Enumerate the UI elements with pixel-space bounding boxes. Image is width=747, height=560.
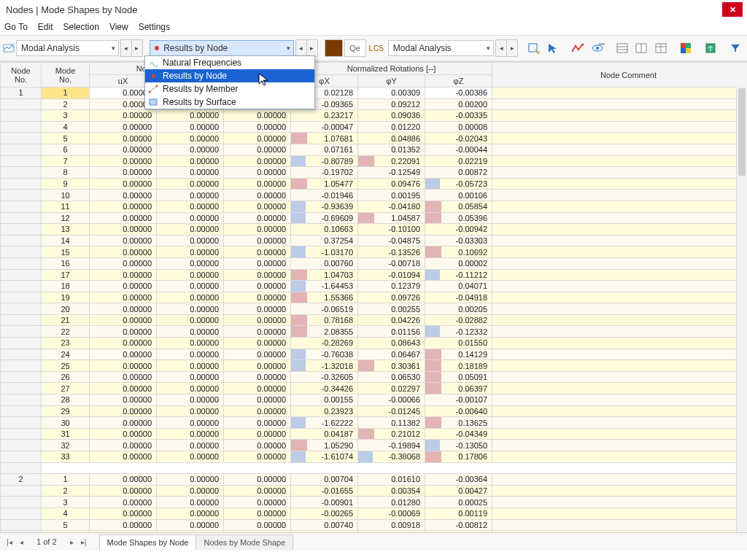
- menu-edit[interactable]: Edit: [38, 22, 53, 32]
- table-row[interactable]: 320.000000.000000.000001.05290-0.19894-0…: [1, 440, 748, 451]
- table-row[interactable]: 30.000000.000000.00000-0.009010.012800.0…: [1, 497, 748, 508]
- tool-select-rect[interactable]: [525, 39, 543, 58]
- tool-select-arrow[interactable]: [544, 39, 562, 58]
- modal-analysis-combo[interactable]: Modal Analysis ▾: [16, 40, 119, 56]
- tab-nav-first[interactable]: |◂: [4, 538, 15, 546]
- loadcase-combo[interactable]: Modal Analysis ▾: [388, 40, 494, 56]
- table-row[interactable]: 260.000000.000000.00000-0.326050.065300.…: [1, 371, 748, 383]
- table-row[interactable]: 20.000000.000000.00000-0.093650.092120.0…: [1, 98, 748, 110]
- modal-next-button[interactable]: ▸: [132, 39, 143, 57]
- tool-view-highlight[interactable]: xxx: [589, 39, 607, 58]
- modal-icon: [3, 42, 15, 54]
- scrollbar-thumb[interactable]: [738, 88, 746, 176]
- tool-table-2[interactable]: [632, 39, 651, 58]
- table-row[interactable]: 100.000000.000000.00000-0.019460.001950.…: [1, 190, 748, 201]
- table-row[interactable]: 130.000000.000000.000000.10663-0.10100-0…: [1, 224, 748, 236]
- table-row[interactable]: 40.000000.000000.00000-0.000470.012200.0…: [1, 121, 748, 133]
- tab-nav-next[interactable]: ▸: [67, 538, 77, 546]
- tool-filter[interactable]: [726, 39, 744, 58]
- results-prev-button[interactable]: ◂: [295, 39, 307, 57]
- col-node-no[interactable]: NodeNo.: [1, 63, 42, 88]
- dropdown-item[interactable]: Results by Node: [145, 69, 314, 82]
- menu-view[interactable]: View: [109, 22, 128, 32]
- vertical-scrollbar[interactable]: [736, 87, 747, 532]
- table-row[interactable]: 240.000000.000000.00000-0.760380.064670.…: [1, 349, 748, 360]
- table-row[interactable]: 230.000000.000000.00000-0.282690.086430.…: [1, 338, 748, 349]
- table-row[interactable]: 190.000000.000000.000001.553660.09726-0.…: [1, 292, 748, 303]
- table-row[interactable]: 60.000000.000000.000000.010730.00629-0.0…: [1, 531, 748, 532]
- tool-colormap[interactable]: [677, 39, 695, 58]
- table-row[interactable]: 160.000000.000000.000000.00760-0.007180.…: [1, 257, 748, 269]
- table-row[interactable]: 210.000000.000000.000000.007040.01610-0.…: [1, 474, 748, 486]
- menu-selection[interactable]: Selection: [63, 22, 99, 32]
- dropdown-item[interactable]: Results by Member: [145, 82, 314, 96]
- tool-table-1[interactable]: [613, 39, 631, 58]
- svg-point-2: [582, 44, 584, 46]
- table-row[interactable]: 220.000000.000000.000002.083550.01156-0.…: [1, 326, 748, 338]
- table-row[interactable]: 110.000000.000000.000000.021280.00309-0.…: [1, 88, 748, 99]
- results-combo-value: Results by Node: [163, 43, 228, 53]
- col-phiz[interactable]: φZ: [425, 75, 492, 88]
- col-phiy[interactable]: φY: [358, 75, 425, 88]
- modal-prev-button[interactable]: ◂: [120, 39, 132, 57]
- table-row[interactable]: 70.000000.000000.00000-0.807890.220910.0…: [1, 155, 748, 167]
- dropdown-item[interactable]: Natural Frequencies: [145, 56, 314, 69]
- col-mode-no[interactable]: ModeNo.: [42, 63, 90, 88]
- table-row[interactable]: 30.000000.000000.000000.232170.09036-0.0…: [1, 110, 748, 122]
- dropdown-item-icon: [148, 97, 158, 107]
- table-row[interactable]: 90.000000.000000.000001.054770.09476-0.0…: [1, 178, 748, 190]
- svg-rect-16: [681, 48, 686, 53]
- table-row[interactable]: 300.000000.000000.00000-1.622220.113820.…: [1, 417, 748, 429]
- table-row[interactable]: 50.000000.000000.000001.076810.04886-0.0…: [1, 133, 748, 144]
- page-indicator: 1 of 2: [31, 537, 63, 546]
- svg-rect-22: [150, 99, 157, 105]
- toolbar: Modal Analysis ▾ ◂ ▸ Results by Node ▾ ◂…: [0, 36, 747, 61]
- table-row[interactable]: 310.000000.000000.000000.041870.21012-0.…: [1, 428, 748, 440]
- table-row[interactable]: 180.000000.000000.00000-1.644530.123790.…: [1, 281, 748, 292]
- table-row[interactable]: 80.000000.000000.00000-0.19702-0.125490.…: [1, 167, 748, 179]
- tab-nodes-by-mode-shape[interactable]: Nodes by Mode Shape: [196, 534, 293, 550]
- lc-prev-button[interactable]: ◂: [495, 39, 507, 57]
- table-row[interactable]: 40.000000.000000.00000-0.00265-0.000690.…: [1, 508, 748, 519]
- col-group-rot[interactable]: Normalized Rotations [--]: [291, 63, 492, 75]
- lc-next-button[interactable]: ▸: [507, 39, 518, 57]
- dropdown-item-icon: [148, 84, 158, 94]
- table-row[interactable]: 110.000000.000000.00000-0.93639-0.041800…: [1, 201, 748, 212]
- table-row[interactable]: 60.000000.000000.000000.071610.01352-0.0…: [1, 144, 748, 155]
- table-row[interactable]: 210.000000.000000.000000.781680.04226-0.…: [1, 314, 748, 326]
- table-row[interactable]: 200.000000.000000.00000-0.065190.002550.…: [1, 303, 748, 315]
- menu-settings[interactable]: Settings: [139, 22, 170, 32]
- table-row[interactable]: 150.000000.000000.00000-1.03170-0.135260…: [1, 246, 748, 258]
- dropdown-item-label: Results by Member: [163, 84, 238, 94]
- results-next-button[interactable]: ▸: [307, 39, 318, 57]
- table-row[interactable]: 170.000000.000000.000001.04703-0.01094-0…: [1, 269, 748, 281]
- dropdown-item-label: Results by Node: [163, 71, 227, 81]
- col-node-comment[interactable]: Node Comment: [492, 63, 747, 88]
- table-row[interactable]: 120.000000.000000.00000-0.696091.045870.…: [1, 212, 748, 224]
- dropdown-item[interactable]: Results by Surface: [145, 96, 314, 109]
- svg-line-19: [150, 86, 157, 92]
- tab-nav-prev[interactable]: ◂: [16, 538, 26, 546]
- qe-button[interactable]: Qe: [344, 39, 366, 57]
- table-row[interactable]: 270.000000.000000.00000-0.344260.022970.…: [1, 383, 748, 394]
- close-button[interactable]: ✕: [722, 2, 743, 17]
- tab-mode-shapes-by-node[interactable]: Mode Shapes by Node: [99, 534, 197, 550]
- table-row[interactable]: 140.000000.000000.000000.37254-0.04875-0…: [1, 235, 748, 246]
- results-combo[interactable]: Results by Node ▾: [150, 40, 294, 56]
- color-swatch[interactable]: [325, 39, 343, 57]
- table-row[interactable]: 250.000000.000000.00000-1.320180.303610.…: [1, 360, 748, 372]
- menu-goto[interactable]: Go To: [4, 22, 28, 32]
- table-row[interactable]: 330.000000.000000.00000-1.61074-0.380680…: [1, 451, 748, 463]
- results-bullet-icon: [155, 46, 159, 50]
- table-row[interactable]: 50.000000.000000.000000.007400.00918-0.0…: [1, 519, 748, 531]
- tool-view-graphic[interactable]: [569, 39, 587, 58]
- tabstrip: |◂ ◂ 1 of 2 ▸ ▸| Mode Shapes by Node Nod…: [0, 532, 747, 551]
- window-title: Nodes | Mode Shapes by Node: [4, 4, 137, 15]
- tool-table-3[interactable]: [652, 39, 670, 58]
- table-row[interactable]: 290.000000.000000.000000.23923-0.01245-0…: [1, 405, 748, 417]
- table-row[interactable]: 280.000000.000000.000000.00155-0.00066-0…: [1, 394, 748, 406]
- menubar: Go To Edit Selection View Settings: [0, 19, 747, 36]
- tool-export[interactable]: [702, 39, 720, 58]
- table-row[interactable]: 20.000000.000000.00000-0.016550.003540.0…: [1, 485, 748, 497]
- tab-nav-last[interactable]: ▸|: [79, 538, 89, 546]
